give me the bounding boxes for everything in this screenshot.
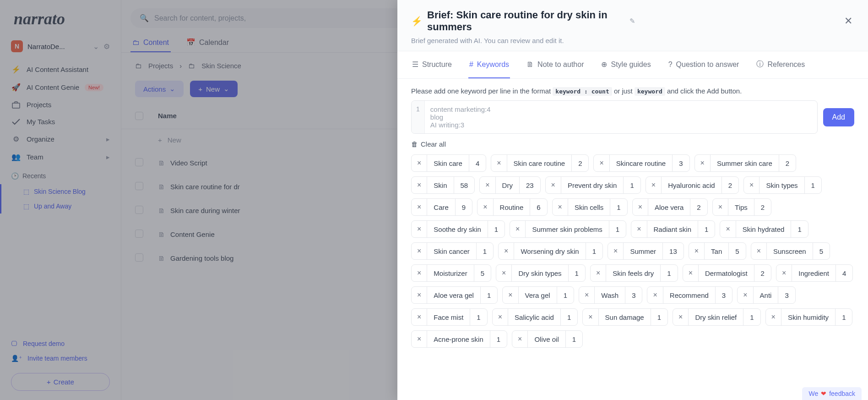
chip-remove-icon[interactable]: × xyxy=(683,265,699,281)
chip-remove-icon[interactable]: × xyxy=(579,287,595,303)
chip-remove-icon[interactable]: × xyxy=(608,243,624,259)
chip-count: 13 xyxy=(662,243,684,259)
chip-count: 2 xyxy=(754,199,771,215)
edit-icon[interactable]: ✎ xyxy=(629,17,635,25)
chip-remove-icon[interactable]: × xyxy=(751,243,767,259)
chip-count: 1 xyxy=(470,309,487,325)
keyword-chip: ×Skin cells1 xyxy=(552,198,628,216)
keyword-chip: ×Sunscreen5 xyxy=(751,242,830,260)
clear-all-button[interactable]: 🗑 Clear all xyxy=(411,140,854,148)
chip-remove-icon[interactable]: × xyxy=(738,287,753,303)
feedback-button[interactable]: We ❤ feedback xyxy=(802,387,862,400)
chip-count: 58 xyxy=(454,177,475,193)
chip-remove-icon[interactable]: × xyxy=(689,243,705,259)
chip-label: Anti xyxy=(754,287,778,303)
chip-label: Summer xyxy=(624,243,662,259)
ptab-references[interactable]: ⓘReferences xyxy=(755,51,806,78)
heart-icon: ❤ xyxy=(821,390,826,397)
chip-remove-icon[interactable]: × xyxy=(493,309,508,325)
chip-remove-icon[interactable]: × xyxy=(583,309,598,325)
line-number: 1 xyxy=(412,101,425,133)
chip-count: 1 xyxy=(568,265,585,281)
chip-count: 2 xyxy=(690,199,707,215)
info-icon: ⓘ xyxy=(756,60,764,69)
keyword-chip: ×Summer skin care2 xyxy=(694,154,797,172)
keyword-chip: ×Ingredient4 xyxy=(776,264,853,282)
keyword-textarea[interactable]: 1 content marketing:4 blog AI writing:3 xyxy=(411,100,818,134)
chip-remove-icon[interactable]: × xyxy=(477,199,493,215)
chip-label: Skin types xyxy=(760,177,804,193)
chip-label: Sunscreen xyxy=(767,243,813,259)
chip-remove-icon[interactable]: × xyxy=(720,221,736,237)
keyword-chip: ×Tan5 xyxy=(689,242,746,260)
chip-remove-icon[interactable]: × xyxy=(631,221,647,237)
chip-remove-icon[interactable]: × xyxy=(512,331,528,347)
keyword-chip: ×Care9 xyxy=(411,198,472,216)
chip-remove-icon[interactable]: × xyxy=(591,265,606,281)
chip-remove-icon[interactable]: × xyxy=(496,265,512,281)
chip-remove-icon[interactable]: × xyxy=(412,243,427,259)
chip-remove-icon[interactable]: × xyxy=(480,177,495,193)
ptab-question[interactable]: ?Question to answer xyxy=(667,51,740,78)
chip-remove-icon[interactable]: × xyxy=(412,221,427,237)
keyword-chip: ×Soothe dry skin1 xyxy=(411,220,505,238)
chip-remove-icon[interactable]: × xyxy=(499,243,514,259)
code-chip: keyword xyxy=(635,87,665,96)
chip-count: 1 xyxy=(480,287,497,303)
keyword-chip: ×Skin types1 xyxy=(743,176,822,194)
chip-remove-icon[interactable]: × xyxy=(594,155,609,171)
chip-remove-icon[interactable]: × xyxy=(546,177,561,193)
chip-remove-icon[interactable]: × xyxy=(510,221,526,237)
chip-count: 3 xyxy=(778,287,795,303)
chip-remove-icon[interactable]: × xyxy=(713,199,728,215)
chip-label: Skin feels dry xyxy=(606,265,660,281)
chip-remove-icon[interactable]: × xyxy=(647,287,663,303)
chip-remove-icon[interactable]: × xyxy=(503,287,518,303)
chip-label: Dry skin relief xyxy=(689,309,743,325)
chip-remove-icon[interactable]: × xyxy=(776,265,792,281)
bolt-icon: ⚡ xyxy=(411,16,423,27)
chip-remove-icon[interactable]: × xyxy=(766,309,781,325)
chip-remove-icon[interactable]: × xyxy=(553,199,568,215)
chip-remove-icon[interactable]: × xyxy=(646,177,662,193)
keyword-chip: ×Salicylic acid1 xyxy=(492,308,578,326)
ptab-note[interactable]: 🗎Note to author xyxy=(526,51,585,78)
chip-count: 2 xyxy=(571,155,588,171)
chip-count: 1 xyxy=(557,287,574,303)
keyword-chip: ×Dry23 xyxy=(479,176,540,194)
chip-remove-icon[interactable]: × xyxy=(633,199,648,215)
ptab-structure[interactable]: ☰Structure xyxy=(411,51,453,78)
chip-count: 1 xyxy=(743,309,760,325)
chip-count: 1 xyxy=(476,243,493,259)
chip-remove-icon[interactable]: × xyxy=(412,155,427,171)
chip-remove-icon[interactable]: × xyxy=(412,309,427,325)
keyword-chip: ×Skin humidity1 xyxy=(765,308,853,326)
chip-count: 1 xyxy=(560,309,577,325)
chip-remove-icon[interactable]: × xyxy=(412,177,427,193)
chip-label: Soothe dry skin xyxy=(427,221,487,237)
keyword-chips: ×Skin care4×Skin care routine2×Skincare … xyxy=(411,154,854,348)
keyword-chip: ×Worsening dry skin1 xyxy=(498,242,603,260)
keyword-chip: ×Skincare routine3 xyxy=(593,154,689,172)
chip-count: 2 xyxy=(754,265,771,281)
chip-remove-icon[interactable]: × xyxy=(695,155,711,171)
chip-remove-icon[interactable]: × xyxy=(491,155,507,171)
chip-count: 1 xyxy=(660,265,677,281)
add-button[interactable]: Add xyxy=(823,108,854,126)
chip-remove-icon[interactable]: × xyxy=(412,199,427,215)
chip-remove-icon[interactable]: × xyxy=(412,265,427,281)
chip-label: Aloe vera gel xyxy=(427,287,480,303)
chip-remove-icon[interactable]: × xyxy=(673,309,689,325)
chip-remove-icon[interactable]: × xyxy=(412,287,427,303)
panel-title: Brief: Skin care routine for dry skin in… xyxy=(427,9,625,33)
close-icon[interactable]: ✕ xyxy=(842,13,854,29)
chip-label: Skin cells xyxy=(568,199,610,215)
trash-icon: 🗑 xyxy=(411,140,418,148)
ptab-style[interactable]: ⊕Style guides xyxy=(600,51,651,78)
ptab-keywords[interactable]: #Keywords xyxy=(468,51,510,78)
chip-label: Olive oil xyxy=(528,331,565,347)
chip-remove-icon[interactable]: × xyxy=(744,177,760,193)
chip-count: 4 xyxy=(469,155,486,171)
keyword-chip: ×Tips2 xyxy=(712,198,771,216)
chip-remove-icon[interactable]: × xyxy=(412,331,427,347)
